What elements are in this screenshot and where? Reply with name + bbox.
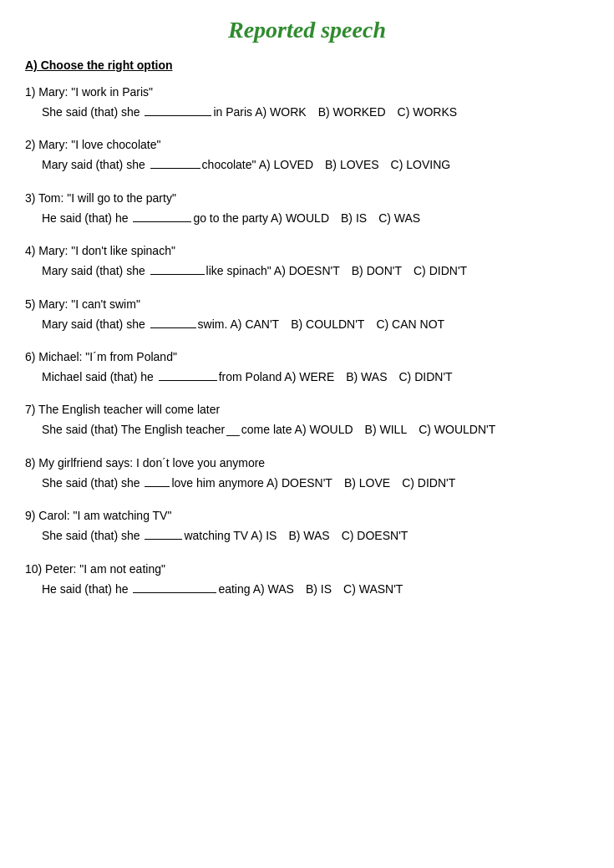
answer-blank-6 (159, 380, 217, 381)
question-block-8: 8) My girlfriend says: I don´t love you … (25, 454, 589, 492)
answer-before-4: Mary said (that) she (42, 264, 149, 277)
answer-after-2: chocolate" (202, 158, 259, 171)
quote-line-5: 5) Mary: "I can't swim" (25, 296, 589, 313)
answer-blank-5 (150, 327, 196, 328)
answer-line-9: She said (that) she watching TV A) ISB) … (25, 526, 589, 545)
option-6-2[interactable]: B) WAS (346, 370, 387, 383)
quote-line-8: 8) My girlfriend says: I don´t love you … (25, 454, 589, 472)
answer-blank-1 (145, 115, 211, 116)
answer-before-1: She said (that) she (42, 105, 143, 119)
option-6-1[interactable]: A) WERE (284, 370, 334, 383)
quote-line-1: 1) Mary: "I work in Paris" (25, 84, 589, 101)
option-10-1[interactable]: A) WAS (253, 582, 294, 596)
option-1-1[interactable]: A) WORK (255, 105, 306, 119)
option-1-3[interactable]: C) WORKS (398, 105, 458, 119)
answer-blank-10 (133, 592, 216, 593)
option-8-3[interactable]: C) DIDN'T (402, 476, 455, 490)
question-block-10: 10) Peter: "I am not eating"He said (tha… (25, 561, 589, 598)
option-9-2[interactable]: B) WAS (288, 529, 329, 542)
question-block-5: 5) Mary: "I can't swim"Mary said (that) … (25, 296, 589, 333)
option-5-1[interactable]: A) CAN'T (231, 317, 280, 331)
option-9-3[interactable]: C) DOESN'T (342, 529, 408, 542)
answer-blank-7: __ (226, 420, 240, 439)
question-block-2: 2) Mary: "I love chocolate"Mary said (th… (25, 136, 589, 174)
answer-before-10: He said (that) he (42, 582, 131, 596)
option-7-2[interactable]: B) WILL (365, 423, 408, 436)
question-block-9: 9) Carol: "I am watching TV"She said (th… (25, 507, 589, 545)
answer-blank-3 (133, 221, 191, 222)
option-4-1[interactable]: A) DOESN'T (274, 264, 340, 277)
option-8-1[interactable]: A) DOESN'T (266, 476, 332, 490)
option-1-2[interactable]: B) WORKED (318, 105, 386, 119)
option-2-2[interactable]: B) LOVES (325, 158, 379, 171)
option-10-3[interactable]: C) WASN'T (343, 582, 403, 596)
quote-line-4: 4) Mary: "I don't like spinach" (25, 242, 589, 260)
option-5-3[interactable]: C) CAN NOT (376, 317, 444, 331)
answer-blank-4 (150, 274, 205, 275)
question-block-1: 1) Mary: "I work in Paris"She said (that… (25, 84, 589, 121)
answer-blank-9 (145, 539, 182, 540)
answer-line-2: Mary said (that) she chocolate" A) LOVED… (25, 155, 589, 174)
answer-after-9: watching TV (184, 529, 251, 542)
answer-line-1: She said (that) she in Paris A) WORKB) W… (25, 103, 589, 121)
option-10-2[interactable]: B) IS (306, 582, 332, 596)
answer-blank-8 (145, 486, 170, 487)
answer-line-8: She said (that) she love him anymore A) … (25, 474, 589, 492)
answer-after-6: from Poland (219, 370, 285, 383)
quote-line-10: 10) Peter: "I am not eating" (25, 561, 589, 578)
answer-line-10: He said (that) he eating A) WASB) ISC) W… (25, 580, 589, 598)
answer-after-1: in Paris (213, 105, 255, 119)
option-3-3[interactable]: C) WAS (378, 211, 420, 225)
question-block-6: 6) Michael: "I´m from Poland"Michael sai… (25, 348, 589, 386)
option-7-3[interactable]: C) WOULDN'T (419, 423, 495, 436)
questions-container: 1) Mary: "I work in Paris"She said (that… (25, 84, 589, 598)
option-4-2[interactable]: B) DON'T (352, 264, 402, 277)
answer-blank-2 (150, 168, 200, 169)
option-8-2[interactable]: B) LOVE (344, 476, 390, 490)
quote-line-2: 2) Mary: "I love chocolate" (25, 136, 589, 154)
quote-line-3: 3) Tom: "I will go to the party" (25, 190, 589, 207)
answer-after-4: like spinach" (206, 264, 274, 277)
quote-line-7: 7) The English teacher will come later (25, 401, 589, 419)
page-title: Reported speech (25, 17, 589, 43)
answer-line-3: He said (that) he go to the party A) WOU… (25, 209, 589, 227)
option-4-3[interactable]: C) DIDN'T (414, 264, 467, 277)
answer-line-5: Mary said (that) she swim. A) CAN'TB) CO… (25, 315, 589, 333)
option-6-3[interactable]: C) DIDN'T (399, 370, 453, 383)
question-block-4: 4) Mary: "I don't like spinach"Mary said… (25, 242, 589, 280)
answer-line-4: Mary said (that) she like spinach" A) DO… (25, 261, 589, 280)
question-block-7: 7) The English teacher will come laterSh… (25, 401, 589, 439)
option-9-1[interactable]: A) IS (251, 529, 277, 542)
answer-line-6: Michael said (that) he from Poland A) WE… (25, 368, 589, 386)
answer-before-6: Michael said (that) he (42, 370, 157, 383)
answer-after-10: eating (218, 582, 252, 596)
answer-before-7: She said (that) The English teacher (42, 423, 225, 436)
answer-before-8: She said (that) she (42, 476, 143, 490)
answer-after-5: swim. (198, 317, 231, 331)
answer-after-8: love him anymore (171, 476, 266, 490)
question-block-3: 3) Tom: "I will go to the party"He said … (25, 190, 589, 227)
option-3-2[interactable]: B) IS (341, 211, 367, 225)
option-5-2[interactable]: B) COULDN'T (291, 317, 364, 331)
answer-before-5: Mary said (that) she (42, 317, 149, 331)
answer-line-7: She said (that) The English teacher__com… (25, 420, 589, 439)
section-a-label: A) Choose the right option (25, 58, 589, 72)
option-2-3[interactable]: C) LOVING (391, 158, 451, 171)
answer-before-9: She said (that) she (42, 529, 143, 542)
option-3-1[interactable]: A) WOULD (271, 211, 329, 225)
option-7-1[interactable]: A) WOULD (295, 423, 353, 436)
answer-after-3: go to the party (193, 211, 271, 225)
answer-after-7: come late (241, 423, 295, 436)
answer-before-3: He said (that) he (42, 211, 131, 225)
option-2-1[interactable]: A) LOVED (259, 158, 313, 171)
quote-line-6: 6) Michael: "I´m from Poland" (25, 348, 589, 366)
quote-line-9: 9) Carol: "I am watching TV" (25, 507, 589, 525)
answer-before-2: Mary said (that) she (42, 158, 149, 171)
